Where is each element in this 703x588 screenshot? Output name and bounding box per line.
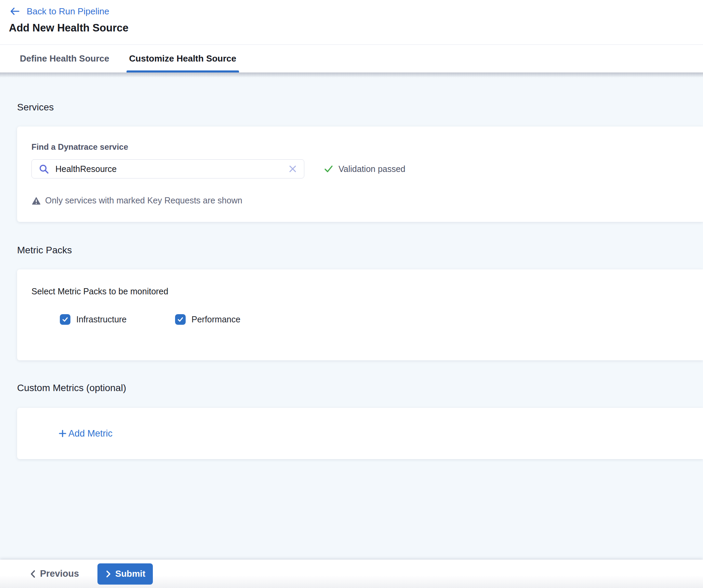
wizard-tabbar: Define Health Source Customize Health So… xyxy=(0,44,703,72)
checkbox-performance-label: Performance xyxy=(191,315,240,324)
add-metric-label: Add Metric xyxy=(68,428,112,439)
metric-packs-card: Select Metric Packs to be monitored Infr… xyxy=(17,269,703,360)
service-search-box xyxy=(31,159,304,178)
search-row: Validation passed xyxy=(31,159,689,178)
warning-triangle-icon xyxy=(31,196,41,205)
services-heading: Services xyxy=(17,102,703,113)
page-header: Back to Run Pipeline Add New Health Sour… xyxy=(0,0,703,44)
chevron-right-icon xyxy=(105,570,112,578)
search-field-label: Find a Dynatrace service xyxy=(31,142,689,152)
submit-button[interactable]: Submit xyxy=(97,563,153,585)
back-link[interactable]: Back to Run Pipeline xyxy=(9,4,109,18)
validation-check-icon xyxy=(323,164,334,174)
clear-search-icon[interactable] xyxy=(288,164,297,173)
checkbox-checked-icon[interactable] xyxy=(60,314,70,325)
page-title: Add New Health Source xyxy=(9,22,703,44)
custom-metrics-card: Add Metric xyxy=(17,408,703,459)
custom-metrics-heading: Custom Metrics (optional) xyxy=(17,382,703,393)
services-warning-label: Only services with marked Key Requests a… xyxy=(45,196,242,205)
service-search-input[interactable] xyxy=(55,164,288,174)
plus-icon xyxy=(57,428,68,439)
checkbox-checked-icon[interactable] xyxy=(175,314,186,325)
chevron-left-icon xyxy=(29,570,37,578)
metric-packs-options: Infrastructure Performance xyxy=(60,314,689,325)
tab-customize-health-source[interactable]: Customize Health Source xyxy=(127,45,239,72)
previous-button-label: Previous xyxy=(40,569,79,579)
search-icon xyxy=(39,164,49,174)
page-content: Services Find a Dynatrace service xyxy=(0,72,703,459)
back-arrow-icon xyxy=(9,5,21,17)
wizard-footer: Previous Submit xyxy=(0,560,703,588)
metric-packs-select-label: Select Metric Packs to be monitored xyxy=(31,286,689,296)
add-metric-button[interactable]: Add Metric xyxy=(57,428,112,439)
services-card: Find a Dynatrace service xyxy=(17,126,703,222)
submit-button-label: Submit xyxy=(115,569,145,579)
validation-status: Validation passed xyxy=(323,164,406,174)
tab-define-health-source[interactable]: Define Health Source xyxy=(17,45,112,72)
previous-button[interactable]: Previous xyxy=(29,569,79,579)
validation-status-label: Validation passed xyxy=(339,164,406,174)
checkbox-infrastructure[interactable]: Infrastructure xyxy=(60,314,175,325)
back-link-label: Back to Run Pipeline xyxy=(27,6,109,17)
services-warning: Only services with marked Key Requests a… xyxy=(31,196,689,205)
checkbox-infrastructure-label: Infrastructure xyxy=(76,315,127,324)
checkbox-performance[interactable]: Performance xyxy=(175,314,240,325)
metric-packs-heading: Metric Packs xyxy=(17,244,703,256)
